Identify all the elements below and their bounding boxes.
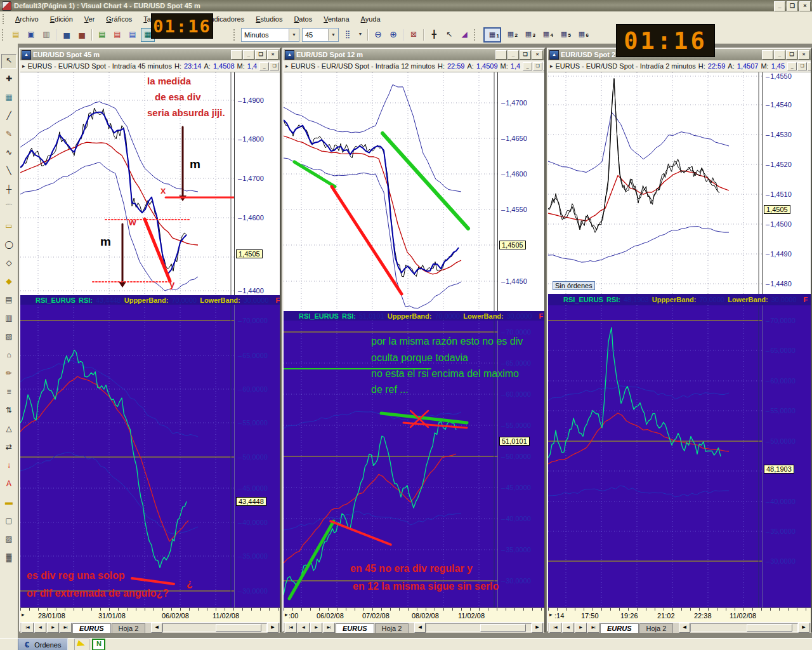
rsi-pane-12m[interactable]: 70,000065,000060,000055,000050,000045,00… bbox=[284, 321, 544, 607]
expander-icon[interactable]: ▸ bbox=[549, 611, 553, 618]
window-button[interactable]: × bbox=[267, 50, 278, 60]
tab-nav-button[interactable]: ▶ bbox=[47, 623, 59, 633]
chevron-down-icon[interactable]: ▼ bbox=[289, 29, 299, 41]
tab-nav-button[interactable]: ▶| bbox=[60, 623, 72, 633]
drawing-tool-icon[interactable]: ▥ bbox=[1, 312, 16, 326]
window-button[interactable]: ❏ bbox=[786, 50, 797, 60]
window-button[interactable]: _ bbox=[508, 50, 519, 60]
scroll-left-icon[interactable]: ◀ bbox=[414, 623, 426, 633]
chart-tool-icon[interactable]: ▅ bbox=[60, 28, 74, 42]
window-layout-button[interactable]: ▦1 bbox=[483, 27, 501, 43]
drawing-tool-icon[interactable]: ╱ bbox=[1, 109, 16, 124]
app-window-button[interactable]: _ bbox=[774, 1, 785, 11]
price-pane-2m[interactable]: 1,45501,45401,45301,45201,45101,45001,44… bbox=[548, 72, 811, 294]
drawing-tool-icon[interactable]: ▬ bbox=[1, 496, 16, 510]
rsi-pane-2m[interactable]: 70,000065,000060,000055,000050,000045,00… bbox=[548, 305, 811, 607]
drawing-tool-icon[interactable]: ▓ bbox=[1, 551, 16, 566]
tab-eurus[interactable]: EURUS bbox=[336, 623, 374, 633]
expander-icon[interactable]: ▸ bbox=[550, 63, 553, 69]
window-button[interactable]: × bbox=[532, 50, 543, 60]
cursor-tool-icon[interactable]: ↖ bbox=[442, 28, 456, 42]
pane-window-button[interactable]: _ bbox=[259, 62, 269, 70]
tab-nav-button[interactable]: |◀ bbox=[549, 623, 561, 633]
file-tool-icon[interactable]: ▣ bbox=[24, 28, 38, 42]
menu-item[interactable]: Ayuda bbox=[355, 12, 386, 26]
drawing-tool-icon[interactable]: ▭ bbox=[1, 220, 16, 234]
pane-window-button[interactable]: ❏ bbox=[533, 62, 542, 70]
zoom-icon[interactable]: ⊖ bbox=[371, 28, 385, 42]
zoom-icon[interactable]: ⊕ bbox=[386, 28, 400, 42]
drawing-tool-icon[interactable]: ◇ bbox=[1, 256, 16, 271]
drawing-tool-icon[interactable]: ▢ bbox=[1, 514, 16, 529]
tab-nav-button[interactable]: |◀ bbox=[22, 623, 34, 633]
menu-item[interactable]: Ver bbox=[79, 12, 101, 26]
menu-item[interactable]: Ventana bbox=[318, 12, 355, 26]
drawing-tool-icon[interactable]: ⌒ bbox=[1, 201, 16, 216]
pointer-flag-icon[interactable] bbox=[74, 639, 89, 650]
window-layout-button[interactable]: ▦2 bbox=[502, 27, 519, 41]
tab-hoja2[interactable]: Hoja 2 bbox=[375, 623, 409, 633]
toolbar-button[interactable] bbox=[217, 28, 231, 42]
bar-style-icon[interactable]: ⣿ bbox=[341, 28, 355, 42]
scroll-left-icon[interactable]: ◀ bbox=[679, 623, 690, 633]
expander-icon[interactable]: ▸ bbox=[285, 611, 288, 618]
remove-chart-icon[interactable]: ⊠ bbox=[407, 28, 421, 42]
folder-tool-icon[interactable]: ▤ bbox=[126, 28, 140, 42]
drawing-tool-icon[interactable]: ▦ bbox=[1, 91, 16, 105]
orders-button[interactable]: € Ordenes bbox=[18, 639, 68, 650]
drawing-tool-icon[interactable]: △ bbox=[1, 422, 16, 437]
drawing-tool-icon[interactable]: ▧ bbox=[1, 330, 16, 345]
tab-nav-button[interactable]: ◀ bbox=[34, 623, 46, 633]
expander-icon[interactable]: ▸ bbox=[22, 63, 25, 69]
menu-item[interactable]: Gráficos bbox=[100, 12, 138, 26]
scroll-left-icon[interactable]: ◀ bbox=[151, 623, 162, 633]
drawing-tool-icon[interactable]: ◯ bbox=[1, 238, 16, 253]
scrollbar-thumb[interactable] bbox=[216, 624, 261, 632]
cursor-tool-icon[interactable]: ╋ bbox=[427, 28, 441, 42]
folder-tool-icon[interactable]: ▤ bbox=[95, 28, 109, 42]
drawing-tool-icon[interactable]: ▨ bbox=[1, 533, 16, 547]
drawing-tool-icon[interactable]: ↖ bbox=[1, 54, 16, 69]
drawing-tool-icon[interactable]: ⇄ bbox=[1, 441, 16, 455]
tab-nav-button[interactable]: ◀ bbox=[298, 623, 310, 633]
drawing-tool-icon[interactable]: ◆ bbox=[1, 275, 16, 289]
window-titlebar[interactable]: ▲ EUR/USD Spot 45 m _❏× bbox=[20, 49, 280, 60]
tab-hoja2[interactable]: Hoja 2 bbox=[639, 623, 674, 633]
tab-hoja2[interactable]: Hoja 2 bbox=[112, 623, 146, 633]
app-titlebar[interactable]: Default3(Página 1) : Visual Chart 4 - EU… bbox=[0, 0, 812, 11]
file-tool-icon[interactable]: ▤ bbox=[9, 28, 23, 42]
window-layout-button[interactable]: ▦4 bbox=[538, 27, 554, 41]
chevron-down-icon[interactable]: ▼ bbox=[328, 29, 338, 41]
scrollbar-thumb[interactable] bbox=[747, 624, 792, 632]
scrollbar-thumb[interactable] bbox=[480, 624, 526, 632]
app-window-button[interactable]: × bbox=[799, 1, 811, 11]
window-layout-button[interactable]: ▦5 bbox=[556, 27, 572, 41]
menu-item[interactable]: Edición bbox=[44, 12, 79, 26]
scrollbar-track[interactable] bbox=[426, 623, 532, 632]
pane-window-button[interactable]: ❏ bbox=[270, 62, 279, 70]
drawing-tool-icon[interactable]: ∿ bbox=[1, 146, 16, 161]
chevron-down-icon[interactable]: ▼ bbox=[356, 28, 365, 42]
drawing-tool-icon[interactable]: ┼ bbox=[1, 183, 16, 197]
horizontal-scrollbar[interactable]: ◀ ▶ bbox=[414, 623, 543, 632]
scroll-right-icon[interactable]: ▶ bbox=[798, 623, 809, 633]
window-button[interactable]: _ bbox=[243, 50, 254, 60]
window-layout-button[interactable]: ▦3 bbox=[520, 27, 537, 41]
tab-nav-button[interactable]: ▶| bbox=[323, 623, 335, 633]
expander-icon[interactable]: ▸ bbox=[22, 611, 25, 618]
price-pane-12m[interactable]: 1,47001,46501,46001,45501,4450 1,4505 bbox=[284, 72, 544, 311]
pane-window-button[interactable]: ❏ bbox=[797, 62, 807, 70]
rsi-pane-45m[interactable]: 70,000065,000060,000055,000050,000045,00… bbox=[20, 305, 280, 607]
tab-nav-button[interactable]: ▶| bbox=[587, 623, 599, 633]
tab-nav-button[interactable]: ▶ bbox=[575, 623, 587, 633]
drawing-tool-icon[interactable]: ≡ bbox=[1, 385, 16, 400]
window-button[interactable]: × bbox=[798, 50, 809, 60]
menu-item[interactable]: Archivo bbox=[10, 12, 44, 26]
drawing-tool-icon[interactable]: ▤ bbox=[1, 293, 16, 308]
window-button[interactable] bbox=[495, 50, 507, 60]
drawing-tool-icon[interactable]: ╲ bbox=[1, 164, 16, 179]
menu-item[interactable]: Estudios bbox=[250, 12, 288, 26]
tab-nav-button[interactable]: ◀ bbox=[562, 623, 574, 633]
folder-tool-icon[interactable]: ▤ bbox=[110, 28, 124, 42]
rsi-header[interactable]: RSI_EURUS RSI: 48,1903 UppperBand: 70,00… bbox=[548, 294, 811, 305]
